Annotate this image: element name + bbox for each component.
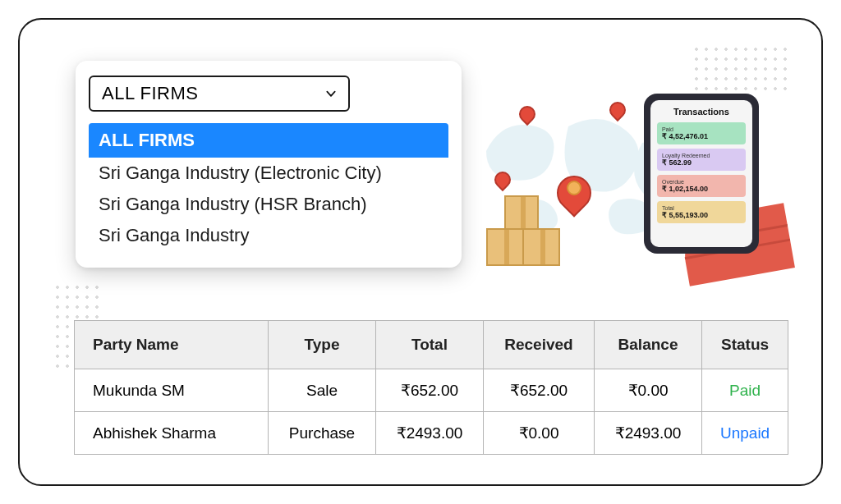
cell-total: ₹2493.00 — [375, 412, 483, 455]
cell-type: Sale — [269, 369, 376, 412]
col-type: Type — [269, 321, 376, 369]
phone-card: Total ₹ 5,55,193.00 — [657, 201, 746, 223]
cell-status: Unpaid — [702, 412, 788, 455]
boxes-icon — [486, 192, 560, 266]
col-balance: Balance — [594, 321, 701, 369]
cell-received: ₹0.00 — [484, 412, 595, 455]
map-pin-icon — [494, 172, 511, 188]
firm-option-list: ALL FIRMS Sri Ganga Industry (Electronic… — [89, 123, 448, 251]
phone-card: Overdue ₹ 1,02,154.00 — [657, 175, 746, 197]
table-row[interactable]: Mukunda SM Sale ₹652.00 ₹652.00 ₹0.00 Pa… — [75, 369, 788, 412]
decorative-dots — [692, 44, 790, 94]
col-total: Total — [375, 321, 483, 369]
cell-total: ₹652.00 — [375, 369, 483, 412]
transactions-table: Party Name Type Total Received Balance S… — [74, 320, 788, 455]
cell-type: Purchase — [269, 412, 376, 455]
table-header-row: Party Name Type Total Received Balance S… — [75, 321, 788, 369]
cell-party: Abhishek Sharma — [75, 412, 269, 455]
firm-option[interactable]: Sri Ganga Industry — [89, 220, 448, 251]
col-received: Received — [484, 321, 595, 369]
firm-select-value: ALL FIRMS — [102, 83, 198, 104]
col-status: Status — [702, 321, 788, 369]
phone-in-hand-icon: Transactions Paid ₹ 4,52,476.01 Loyalty … — [618, 94, 782, 266]
map-pin-icon — [519, 106, 535, 122]
firm-select[interactable]: ALL FIRMS — [89, 76, 350, 112]
phone-card: Loyalty Redeemed ₹ 562.99 — [657, 149, 746, 171]
phone-screen-title: Transactions — [657, 107, 746, 117]
main-card: ALL FIRMS ALL FIRMS Sri Ganga Industry (… — [18, 18, 823, 486]
col-party-name: Party Name — [75, 321, 269, 369]
cell-balance: ₹2493.00 — [594, 412, 701, 455]
firm-dropdown-panel: ALL FIRMS ALL FIRMS Sri Ganga Industry (… — [76, 61, 462, 268]
cell-balance: ₹0.00 — [594, 369, 701, 412]
chevron-down-icon — [325, 88, 337, 99]
map-pin-icon — [557, 176, 573, 192]
cell-party: Mukunda SM — [75, 369, 269, 412]
illustration: Transactions Paid ₹ 4,52,476.01 Loyalty … — [478, 94, 782, 266]
firm-option[interactable]: Sri Ganga Industry (Electronic City) — [89, 158, 448, 189]
cell-status: Paid — [702, 369, 788, 412]
table-row[interactable]: Abhishek Sharma Purchase ₹2493.00 ₹0.00 … — [75, 412, 788, 455]
phone-card: Paid ₹ 4,52,476.01 — [657, 122, 746, 144]
firm-option[interactable]: ALL FIRMS — [89, 123, 448, 158]
cell-received: ₹652.00 — [484, 369, 595, 412]
firm-option[interactable]: Sri Ganga Industry (HSR Branch) — [89, 189, 448, 220]
